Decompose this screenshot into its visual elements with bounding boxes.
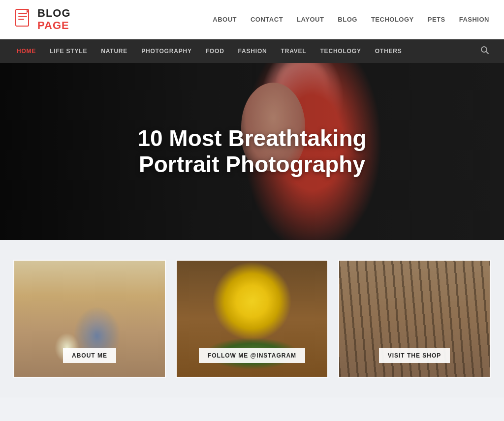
card-shop-label: VISIT THE SHOP — [379, 348, 450, 363]
hero-section: 10 Most Breathtaking Portrait Photograph… — [0, 63, 504, 240]
secondary-navigation: HOME LIFE STYLE NATURE PHOTOGRAPHY FOOD … — [0, 39, 504, 63]
top-nav-blog[interactable]: BLOG — [338, 16, 357, 23]
card-about-me[interactable]: ABOUT ME — [13, 260, 166, 378]
logo-text: BLOG PAGE — [37, 7, 71, 31]
search-icon[interactable] — [475, 46, 494, 57]
card-shop[interactable]: VISIT THE SHOP — [338, 260, 491, 378]
top-nav-layout[interactable]: LAYOUT — [297, 16, 324, 23]
top-navigation: ABOUT CONTACT LAYOUT BLOG TECHOLOGY PETS… — [213, 16, 489, 23]
top-header: BLOG PAGE ABOUT CONTACT LAYOUT BLOG TECH… — [0, 0, 504, 39]
card-instagram[interactable]: FOLLOW ME @INSTAGRAM — [176, 260, 328, 378]
card-instagram-label: FOLLOW ME @INSTAGRAM — [199, 348, 305, 363]
top-nav-pets[interactable]: PETS — [428, 16, 445, 23]
sec-nav-home[interactable]: HOME — [10, 39, 43, 63]
logo[interactable]: BLOG PAGE — [15, 7, 71, 31]
sec-nav-techology[interactable]: TECHOLOGY — [313, 39, 368, 63]
sec-nav-others[interactable]: OTHERS — [368, 39, 409, 63]
hero-title: 10 Most Breathtaking Portrait Photograph… — [104, 125, 400, 178]
sec-nav-nature[interactable]: NATURE — [94, 39, 134, 63]
logo-page: PAGE — [37, 20, 71, 31]
sec-nav-food[interactable]: FOOD — [199, 39, 231, 63]
top-nav-fashion[interactable]: FASHION — [459, 16, 489, 23]
top-nav-about[interactable]: ABOUT — [213, 16, 237, 23]
sec-nav-fashion[interactable]: FASHION — [231, 39, 274, 63]
card-about-me-label: ABOUT ME — [63, 348, 116, 363]
sec-nav-lifestyle[interactable]: LIFE STYLE — [43, 39, 94, 63]
sec-nav-travel[interactable]: TRAVEL — [274, 39, 314, 63]
card-shop-label-wrap: VISIT THE SHOP — [339, 348, 490, 377]
card-instagram-label-wrap: FOLLOW ME @INSTAGRAM — [177, 348, 327, 377]
card-about-me-label-wrap: ABOUT ME — [14, 348, 165, 377]
top-nav-contact[interactable]: CONTACT — [251, 16, 283, 23]
top-nav-techology[interactable]: TECHOLOGY — [371, 16, 414, 23]
logo-icon — [15, 8, 32, 30]
svg-line-2 — [486, 52, 489, 54]
hero-content: 10 Most Breathtaking Portrait Photograph… — [94, 116, 410, 187]
cards-section: ABOUT ME FOLLOW ME @INSTAGRAM VISIT THE … — [0, 240, 504, 397]
sec-nav-photography[interactable]: PHOTOGRAPHY — [134, 39, 199, 63]
logo-blog: BLOG — [37, 7, 71, 19]
